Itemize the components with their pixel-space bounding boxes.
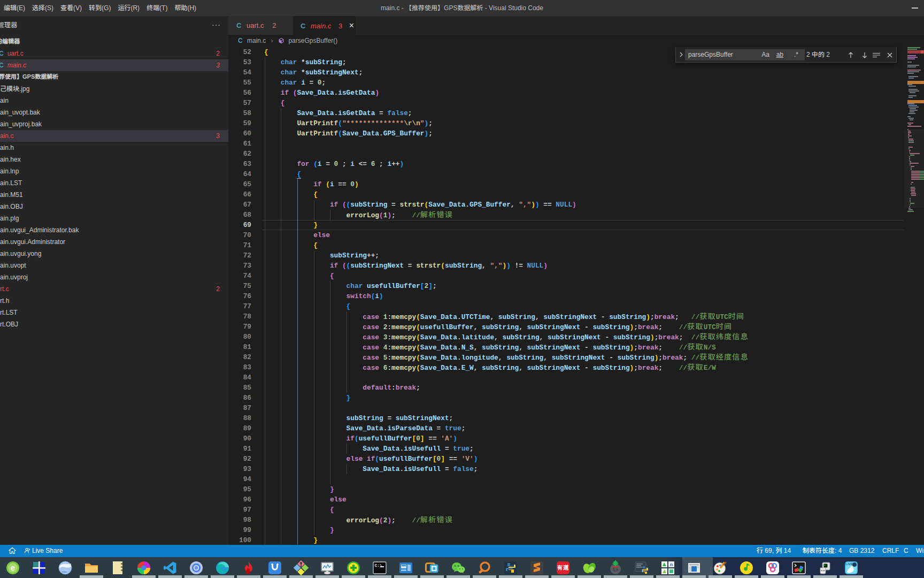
svg-text:LIVE: LIVE xyxy=(845,562,852,566)
svg-text:e: e xyxy=(11,564,15,572)
svg-text:n: n xyxy=(670,562,673,567)
